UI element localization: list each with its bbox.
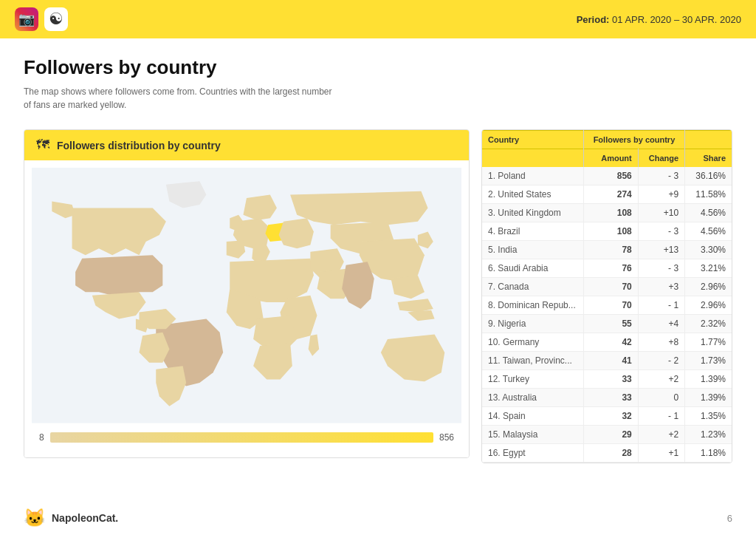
yinyang-icon[interactable]: ☯ xyxy=(44,7,68,31)
cell-country: 8. Dominican Repub... xyxy=(482,296,583,315)
instagram-icon[interactable]: 📷 xyxy=(15,7,38,31)
cell-country: 11. Taiwan, Provinc... xyxy=(482,352,583,370)
cell-share: 1.73% xyxy=(685,352,732,370)
footer-logo: 🐱 NapoleonCat. xyxy=(24,508,118,528)
cell-change: +13 xyxy=(638,241,684,259)
cell-country: 9. Nigeria xyxy=(482,315,583,333)
map-icon: 🗺 xyxy=(36,137,49,153)
cell-share: 1.39% xyxy=(685,389,732,407)
cell-amount: 70 xyxy=(583,278,638,296)
cell-country: 15. Malaysia xyxy=(482,426,583,444)
col-country-header: Country xyxy=(482,131,583,149)
col-country-sub xyxy=(482,149,583,168)
cell-amount: 32 xyxy=(583,407,638,426)
map-card: 🗺 Followers distribution by country xyxy=(24,129,470,458)
cell-country: 6. Saudi Arabia xyxy=(482,259,583,278)
page-number: 6 xyxy=(727,513,732,524)
cell-amount: 108 xyxy=(583,204,638,222)
page-subtitle: The map shows where followers come from.… xyxy=(24,85,334,112)
legend-min: 8 xyxy=(39,432,44,443)
table-row: 11. Taiwan, Provinc... 41 - 2 1.73% xyxy=(482,352,732,370)
cell-amount: 55 xyxy=(583,315,638,333)
table-row: 2. United States 274 +9 11.58% xyxy=(482,185,732,204)
cell-change: +3 xyxy=(638,278,684,296)
period-label-text: Period: xyxy=(577,14,610,25)
cell-amount: 41 xyxy=(583,352,638,370)
period-value: 01 APR. 2020 – 30 APR. 2020 xyxy=(612,14,741,25)
cell-change: +9 xyxy=(638,185,684,204)
cell-share: 1.77% xyxy=(685,333,732,352)
napoleon-cat-icon: 🐱 xyxy=(24,508,46,528)
cell-share: 36.16% xyxy=(685,167,732,185)
cell-amount: 33 xyxy=(583,389,638,407)
page-title: Followers by country xyxy=(24,56,732,79)
cell-change: - 3 xyxy=(638,167,684,185)
cell-country: 2. United States xyxy=(482,185,583,204)
cell-amount: 78 xyxy=(583,241,638,259)
table-row: 1. Poland 856 - 3 36.16% xyxy=(482,167,732,185)
col-followers-header: Followers by country xyxy=(583,131,684,149)
cell-country: 16. Egypt xyxy=(482,444,583,463)
cell-amount: 33 xyxy=(583,370,638,389)
country-table: Country Followers by country Amount Chan… xyxy=(482,130,732,463)
cell-change: +10 xyxy=(638,204,684,222)
cell-share: 2.32% xyxy=(685,315,732,333)
cell-share: 3.30% xyxy=(685,241,732,259)
cell-share: 2.96% xyxy=(685,278,732,296)
cell-share: 1.35% xyxy=(685,407,732,426)
cell-country: 3. United Kingdom xyxy=(482,204,583,222)
map-card-title: Followers distribution by country xyxy=(57,140,221,151)
cell-change: - 1 xyxy=(638,407,684,426)
map-legend: 8 856 xyxy=(32,426,461,450)
cell-country: 10. Germany xyxy=(482,333,583,352)
cell-share: 4.56% xyxy=(685,222,732,241)
period-label: Period: 01 APR. 2020 – 30 APR. 2020 xyxy=(577,14,741,25)
cell-amount: 29 xyxy=(583,426,638,444)
cell-change: +1 xyxy=(638,444,684,463)
cell-country: 1. Poland xyxy=(482,167,583,185)
cell-change: - 3 xyxy=(638,222,684,241)
cell-country: 12. Turkey xyxy=(482,370,583,389)
cell-country: 4. Brazil xyxy=(482,222,583,241)
cell-share: 1.18% xyxy=(685,444,732,463)
cell-amount: 70 xyxy=(583,296,638,315)
table-row: 7. Canada 70 +3 2.96% xyxy=(482,278,732,296)
cell-change: +2 xyxy=(638,426,684,444)
cell-share: 11.58% xyxy=(685,185,732,204)
page-content: Followers by country The map shows where… xyxy=(0,38,756,487)
cell-country: 5. India xyxy=(482,241,583,259)
cell-share: 3.21% xyxy=(685,259,732,278)
legend-gradient xyxy=(50,432,433,443)
cell-share: 1.39% xyxy=(685,370,732,389)
header-icons: 📷 ☯ xyxy=(15,7,68,31)
cell-change: +8 xyxy=(638,333,684,352)
table-row: 5. India 78 +13 3.30% xyxy=(482,241,732,259)
table-row: 9. Nigeria 55 +4 2.32% xyxy=(482,315,732,333)
cell-change: +4 xyxy=(638,315,684,333)
cell-amount: 42 xyxy=(583,333,638,352)
table-row: 8. Dominican Repub... 70 - 1 2.96% xyxy=(482,296,732,315)
cell-change: - 3 xyxy=(638,259,684,278)
table-row: 15. Malaysia 29 +2 1.23% xyxy=(482,426,732,444)
map-header: 🗺 Followers distribution by country xyxy=(24,130,469,160)
table-row: 10. Germany 42 +8 1.77% xyxy=(482,333,732,352)
cell-amount: 76 xyxy=(583,259,638,278)
cell-share: 1.23% xyxy=(685,426,732,444)
cell-amount: 856 xyxy=(583,167,638,185)
cell-share: 2.96% xyxy=(685,296,732,315)
cell-change: 0 xyxy=(638,389,684,407)
main-row: 🗺 Followers distribution by country xyxy=(24,129,732,463)
cell-country: 14. Spain xyxy=(482,407,583,426)
table-row: 16. Egypt 28 +1 1.18% xyxy=(482,444,732,463)
table-row: 13. Australia 33 0 1.39% xyxy=(482,389,732,407)
table-card: Country Followers by country Amount Chan… xyxy=(481,129,732,463)
cell-amount: 28 xyxy=(583,444,638,463)
cell-change: - 1 xyxy=(638,296,684,315)
cell-share: 4.56% xyxy=(685,204,732,222)
col-change-header: Change xyxy=(638,149,684,168)
legend-max: 856 xyxy=(439,432,454,443)
table-row: 4. Brazil 108 - 3 4.56% xyxy=(482,222,732,241)
brand-name: NapoleonCat. xyxy=(52,512,118,524)
col-share-header xyxy=(685,131,732,149)
table-row: 3. United Kingdom 108 +10 4.56% xyxy=(482,204,732,222)
